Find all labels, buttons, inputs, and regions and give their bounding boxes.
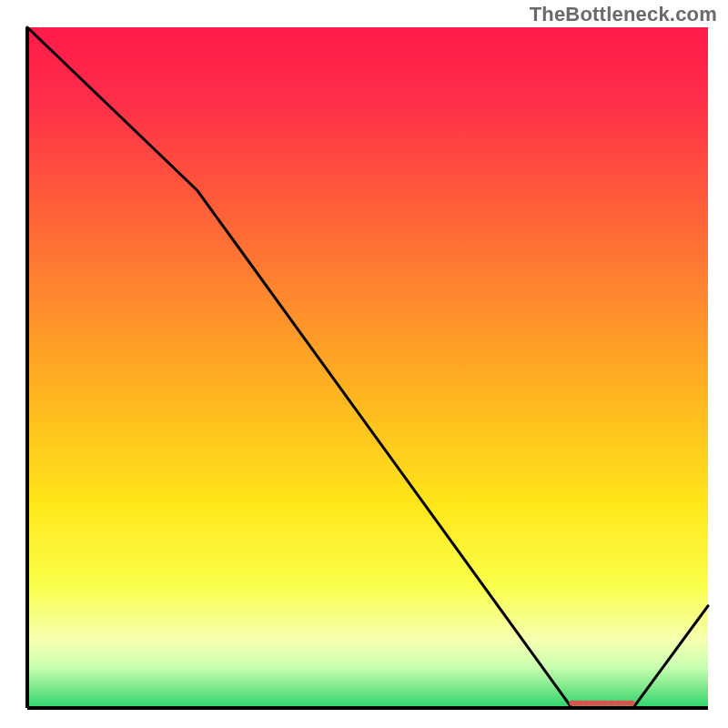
watermark-text: TheBottleneck.com (530, 3, 717, 26)
plot-background (27, 27, 708, 708)
chart-page: TheBottleneck.com (0, 0, 728, 728)
bottleneck-chart (0, 0, 728, 728)
